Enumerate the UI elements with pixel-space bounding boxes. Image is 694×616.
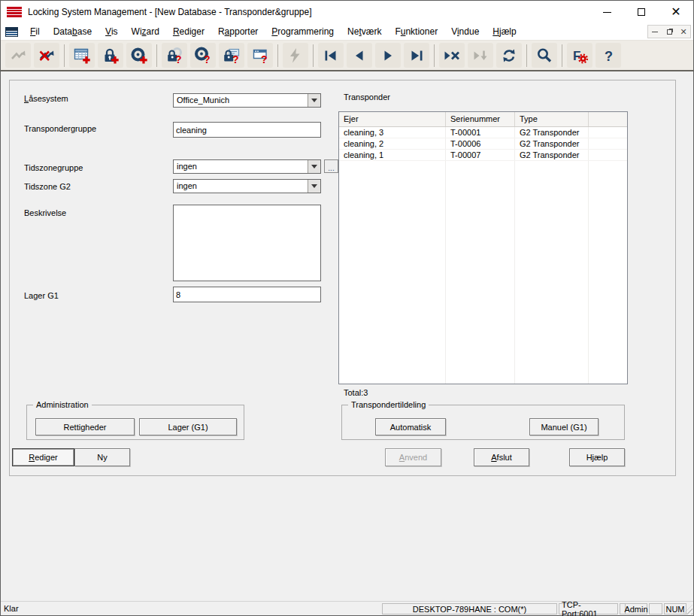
read-transponder-button[interactable]: ? <box>190 43 216 68</box>
svg-text:?: ? <box>261 53 268 65</box>
rediger-button[interactable]: Rediger <box>12 448 74 466</box>
mdi-minimize-button[interactable] <box>648 26 662 38</box>
filter-settings-button[interactable]: F <box>567 43 592 68</box>
tidszone-g2-dropdown-button[interactable] <box>308 180 320 193</box>
svg-text:?: ? <box>204 53 211 65</box>
program-button[interactable] <box>283 43 308 68</box>
column-header-serienummer[interactable]: Serienummer <box>446 112 515 126</box>
laasesystem-dropdown-button[interactable] <box>308 94 320 107</box>
new-transponder-button[interactable] <box>126 43 152 68</box>
lager-g1-input[interactable] <box>173 287 321 302</box>
cell-type: G2 Transponder <box>515 127 589 138</box>
mdi-document-icon[interactable] <box>5 27 18 37</box>
tidszonegruppe-select[interactable]: ingen <box>173 159 321 174</box>
close-button[interactable]: ✕ <box>659 1 693 23</box>
chevron-down-icon <box>311 165 317 168</box>
delete-record-icon <box>443 47 461 65</box>
column-header-type[interactable]: Type <box>515 112 589 126</box>
tidszonegruppe-value: ingen <box>177 162 197 171</box>
menu-item-funktioner[interactable]: Funktioner <box>388 24 444 39</box>
tidszonegruppe-more-button[interactable]: ... <box>324 159 338 173</box>
refresh-button[interactable] <box>496 43 522 68</box>
read-transponder-icon: ? <box>194 47 212 65</box>
next-record-button[interactable] <box>375 43 401 68</box>
read-lock-button[interactable]: ? <box>162 43 187 68</box>
app-window: Locking System Management - [New Databas… <box>0 0 694 616</box>
table-row[interactable]: cleaning, 2 T-00006 G2 Transponder <box>339 138 627 150</box>
menu-item-wizard[interactable]: Wizard <box>125 24 166 39</box>
menu-item-rediger[interactable]: Rediger <box>166 24 211 39</box>
menu-item-hjaelp[interactable]: Hjælp <box>486 24 523 39</box>
menu-bar: Fil Database Vis Wizard Rediger Rapporte… <box>1 23 693 41</box>
toolbar-separator <box>64 44 65 67</box>
help-icon: ? <box>599 47 617 65</box>
last-record-icon <box>408 47 426 65</box>
app-logo-icon <box>7 7 22 17</box>
previous-record-button[interactable] <box>347 43 372 68</box>
tidszone-g2-select[interactable]: ingen <box>173 179 321 193</box>
import-record-button[interactable] <box>468 43 493 68</box>
table-row[interactable]: cleaning, 1 T-00007 G2 Transponder <box>339 150 627 161</box>
lager-g1-button[interactable]: Lager (G1) <box>139 418 237 435</box>
toolbar-separator <box>562 44 562 67</box>
maximize-icon <box>638 8 645 16</box>
connect-button[interactable] <box>5 43 31 68</box>
transponder-total: Total:3 <box>344 388 368 397</box>
anvend-button[interactable]: Anvend <box>385 448 441 466</box>
tidszonegruppe-dropdown-button[interactable] <box>308 160 320 173</box>
column-header-blank[interactable] <box>589 112 627 126</box>
window-controls: ✕ <box>589 1 693 23</box>
new-lock-button[interactable] <box>98 43 123 68</box>
search-button[interactable] <box>532 43 557 68</box>
tidszone-g2-label: Tidszone G2 <box>24 182 71 191</box>
automatisk-button[interactable]: Automatisk <box>375 418 446 435</box>
beskrivelse-textarea[interactable] <box>173 205 321 281</box>
menu-item-fil[interactable]: Fil <box>23 24 47 39</box>
status-bar: Klar DESKTOP-789HANE : COM(*) TCP-Port:6… <box>1 601 693 615</box>
filter-settings-icon: F <box>571 47 589 65</box>
table-row[interactable]: cleaning, 3 T-00001 G2 Transponder <box>339 127 627 138</box>
manuel-g1-button[interactable]: Manuel (G1) <box>529 418 599 435</box>
svg-text:?: ? <box>175 53 182 65</box>
toolbar-separator <box>313 44 314 67</box>
mdi-restore-button[interactable] <box>662 26 676 38</box>
read-network-button[interactable]: ? <box>247 43 273 68</box>
rettigheder-button[interactable]: Rettigheder <box>35 418 135 435</box>
svg-text:?: ? <box>605 48 613 63</box>
new-lock-icon <box>102 47 120 65</box>
afslut-button[interactable]: Afslut <box>474 448 529 466</box>
help-button[interactable]: ? <box>596 43 621 68</box>
ny-button[interactable]: Ny <box>74 448 130 466</box>
disconnect-button[interactable] <box>34 43 59 68</box>
menu-item-vindue[interactable]: Vindue <box>444 24 486 39</box>
transponder-table-body: cleaning, 3 T-00001 G2 Transponder clean… <box>339 127 627 384</box>
new-locking-system-button[interactable] <box>69 43 95 68</box>
cell-ejer: cleaning, 1 <box>339 150 446 160</box>
transpondergruppe-input[interactable] <box>173 122 321 138</box>
delete-record-button[interactable] <box>439 43 465 68</box>
mdi-window-controls: ✕ <box>647 25 691 38</box>
previous-record-icon <box>350 47 368 65</box>
laasesystem-select[interactable]: Office_Munich <box>173 93 321 108</box>
menu-item-netvaerk[interactable]: Netværk <box>341 24 388 39</box>
hjaelp-button[interactable]: Hjælp <box>569 448 625 466</box>
transpondergruppe-label: Transpondergruppe <box>24 124 96 133</box>
maximize-button[interactable] <box>624 1 659 23</box>
column-header-ejer[interactable]: Ejer <box>339 112 446 126</box>
menu-item-database[interactable]: Database <box>47 24 98 39</box>
cell-serienummer: T-00007 <box>446 150 515 160</box>
read-g1-lock-button[interactable]: ? <box>219 43 244 68</box>
menu-item-rapporter[interactable]: Rapporter <box>211 24 265 39</box>
toolbar-separator <box>277 44 278 67</box>
first-record-button[interactable] <box>318 43 344 68</box>
status-spacer <box>649 603 662 614</box>
laasesystem-value: Office_Munich <box>177 96 229 105</box>
menu-item-programmering[interactable]: Programmering <box>265 24 341 39</box>
program-icon <box>286 47 305 65</box>
cell-serienummer: T-00006 <box>446 138 515 149</box>
menu-item-vis[interactable]: Vis <box>98 24 124 39</box>
table-grid-lines <box>339 127 627 384</box>
mdi-close-button[interactable]: ✕ <box>677 26 690 38</box>
minimize-button[interactable] <box>589 1 624 23</box>
last-record-button[interactable] <box>404 43 429 68</box>
